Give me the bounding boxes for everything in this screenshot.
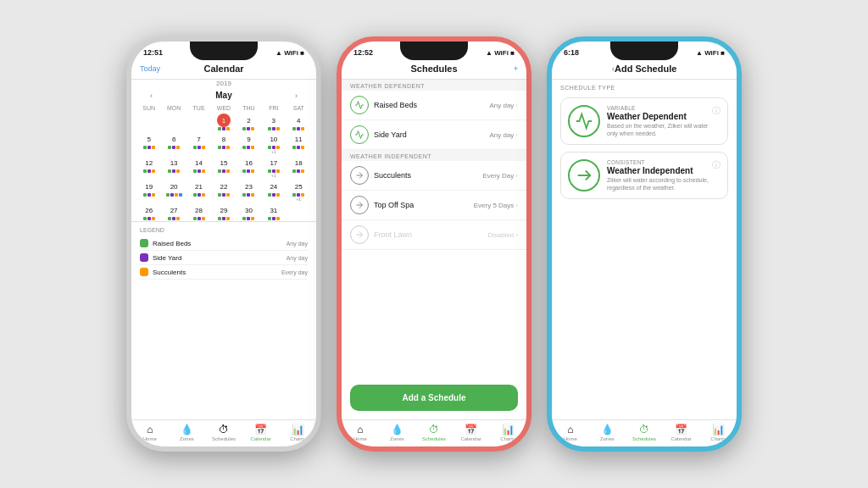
- zones-icon-3: 💧: [601, 424, 614, 435]
- screen-2: 12:52 ▲ WiFi ■ Schedules + WEATHER DEPEN…: [342, 42, 526, 446]
- tab-home-3[interactable]: ⌂ Home: [552, 424, 589, 441]
- top-off-spa-name: Top Off Spa: [374, 201, 474, 209]
- tab-schedules[interactable]: ⏱ Schedules: [205, 424, 242, 441]
- tab-schedules-3[interactable]: ⏱ Schedules: [626, 424, 663, 441]
- legend-item-side-yard[interactable]: Side Yard Any day: [140, 251, 308, 265]
- tab-zones-label: Zones: [180, 436, 194, 441]
- calendar-icon-2: 📅: [465, 424, 477, 435]
- raised-beds-icon: [350, 96, 369, 114]
- tab-charts-label-2: Charts: [500, 436, 515, 441]
- legend-name-succulents: Succulents: [153, 269, 186, 276]
- tab-charts-2[interactable]: 📊 Charts: [489, 424, 526, 441]
- home-icon-2: ⌂: [357, 424, 363, 435]
- add-schedule-btn[interactable]: Add a Schedule: [350, 385, 518, 411]
- tab-calendar-2[interactable]: 📅 Calendar: [453, 424, 490, 441]
- calendar-icon: 📅: [254, 424, 267, 435]
- tab-home[interactable]: ⌂ Home: [131, 424, 169, 441]
- tab-zones-label-3: Zones: [600, 436, 615, 441]
- status-time: 12:51: [143, 48, 163, 57]
- schedule-raised-beds[interactable]: Raised Beds Any day ›: [342, 91, 526, 120]
- tab-schedules-2[interactable]: ⏱ Schedules: [415, 424, 453, 441]
- schedule-front-lawn[interactable]: Front Lawn Disabled ›: [342, 220, 526, 250]
- tab-zones-3[interactable]: 💧 Zones: [589, 424, 626, 441]
- tab-bar-3: ⌂ Home 💧 Zones ⏱ Schedules 📅 Calendar 📊: [552, 419, 737, 446]
- side-yard-icon: [350, 125, 369, 144]
- phone-calendar: 12:51 ▲ WiFi ■ Today Calendar 2019 ‹ May…: [126, 36, 321, 452]
- tab-calendar[interactable]: 📅 Calendar: [242, 424, 280, 441]
- succulents-freq: Every Day: [482, 172, 514, 180]
- add-schedule-header-btn[interactable]: +: [514, 64, 518, 73]
- legend-color-succulents: [140, 268, 148, 276]
- front-lawn-name: Front Lawn: [374, 230, 487, 239]
- schedules-icon-2: ⏱: [429, 424, 439, 435]
- cal-year: 2019: [136, 80, 311, 87]
- front-lawn-freq: Disabled: [487, 231, 514, 239]
- tab-zones-label-2: Zones: [390, 436, 404, 441]
- side-yard-chevron: ›: [515, 131, 518, 139]
- legend-item-succulents[interactable]: Succulents Every day: [140, 265, 308, 280]
- add-schedule-content: SCHEDULE TYPE VARIABLE Weather Dependent…: [552, 80, 737, 419]
- succulents-name: Succulents: [374, 171, 482, 180]
- calendar-content: 2019 ‹ May › SUN MON TUE WED THU FRI SAT: [131, 80, 316, 419]
- next-month-btn[interactable]: ›: [295, 92, 298, 100]
- tab-schedules-label-3: Schedules: [632, 436, 656, 441]
- top-off-spa-freq: Every 5 Days: [474, 202, 515, 209]
- prev-month-btn[interactable]: ‹: [150, 92, 153, 100]
- screen: 12:51 ▲ WiFi ■ Today Calendar 2019 ‹ May…: [131, 42, 316, 446]
- status-time-2: 12:52: [353, 48, 373, 57]
- tab-home-label-2: Home: [353, 436, 367, 441]
- schedule-side-yard[interactable]: Side Yard Any day ›: [342, 120, 526, 150]
- legend-color-side-yard: [140, 253, 148, 262]
- legend-freq-side-yard: Any day: [287, 255, 308, 261]
- succulents-chevron: ›: [515, 172, 518, 180]
- phone-schedules: 12:52 ▲ WiFi ■ Schedules + WEATHER DEPEN…: [337, 36, 531, 452]
- tab-zones-2[interactable]: 💧 Zones: [379, 424, 416, 441]
- notch-2: [400, 42, 468, 60]
- weather-dependent-option[interactable]: VARIABLE Weather Dependent Based on the …: [560, 97, 728, 145]
- top-off-spa-icon: [350, 196, 369, 214]
- raised-beds-name: Raised Beds: [374, 101, 489, 109]
- tab-charts-label: Charts: [290, 436, 305, 441]
- legend-name-raised-beds: Raised Beds: [153, 240, 191, 247]
- weather-dep-info-icon[interactable]: ⓘ: [712, 105, 721, 117]
- status-icons-2: ▲ WiFi ■: [486, 49, 515, 57]
- schedule-succulents[interactable]: Succulents Every Day ›: [342, 161, 526, 191]
- side-yard-freq: Any day: [489, 131, 514, 139]
- screen-3: 6:18 ▲ WiFi ■ ‹ Add Schedule SCHEDULE TY…: [552, 42, 737, 446]
- charts-icon-3: 📊: [712, 424, 725, 435]
- notch: [190, 42, 258, 60]
- header-title-3: Add Schedule: [615, 64, 676, 74]
- weather-independent-header: WEATHER INDEPENDENT: [342, 150, 526, 161]
- top-off-spa-chevron: ›: [515, 202, 518, 209]
- schedules-icon: ⏱: [219, 424, 229, 435]
- tab-calendar-label: Calendar: [250, 436, 270, 441]
- tab-home-2[interactable]: ⌂ Home: [342, 424, 379, 441]
- header-left[interactable]: Today: [140, 64, 160, 73]
- cal-week-4: 19 20 21 22 23 24 25+1: [136, 179, 311, 202]
- legend-freq-raised-beds: Any day: [287, 241, 308, 247]
- tab-calendar-3[interactable]: 📅 Calendar: [663, 424, 700, 441]
- tab-charts-3[interactable]: 📊 Charts: [699, 424, 737, 441]
- legend-name-side-yard: Side Yard: [153, 254, 181, 262]
- tab-home-label: Home: [143, 436, 157, 441]
- header-bar-2: Schedules +: [342, 60, 526, 80]
- cal-header: SUN MON TUE WED THU FRI SAT: [136, 103, 311, 113]
- schedule-top-off-spa[interactable]: Top Off Spa Every 5 Days ›: [342, 191, 526, 220]
- tab-calendar-label-3: Calendar: [670, 436, 691, 441]
- tab-bar-2: ⌂ Home 💧 Zones ⏱ Schedules 📅 Calendar 📊: [342, 419, 526, 446]
- legend-item-raised-beds[interactable]: Raised Beds Any day: [140, 236, 308, 251]
- cal-month: May: [215, 91, 231, 100]
- weather-dep-desc: Based on the weather, Zilker will water …: [607, 122, 712, 137]
- front-lawn-chevron: ›: [515, 231, 518, 239]
- header-bar: Today Calendar: [131, 60, 316, 80]
- status-icons: ▲ WiFi ■: [275, 49, 304, 57]
- tab-charts[interactable]: 📊 Charts: [279, 424, 316, 441]
- home-icon: ⌂: [147, 424, 153, 435]
- weather-indep-info-icon[interactable]: ⓘ: [712, 159, 721, 171]
- tab-zones[interactable]: 💧 Zones: [169, 424, 206, 441]
- weather-independent-option[interactable]: CONSISTENT Weather Independent Zilker wi…: [560, 152, 728, 199]
- tab-schedules-label: Schedules: [212, 436, 236, 441]
- cal-week-3: 12 13 14 15 16 17+1 18: [136, 155, 311, 179]
- zones-icon-2: 💧: [391, 424, 403, 435]
- raised-beds-chevron: ›: [515, 102, 518, 109]
